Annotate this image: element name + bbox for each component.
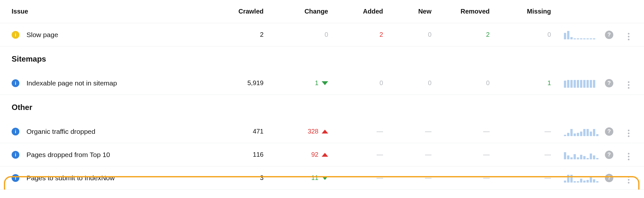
crawled-value: 3 xyxy=(192,174,264,182)
new-value: 0 xyxy=(383,31,431,38)
new-value: — xyxy=(383,151,431,158)
change-value: 1 xyxy=(264,79,328,87)
info-icon: i xyxy=(12,174,19,182)
crawled-value: 116 xyxy=(192,151,264,158)
kebab-menu-icon[interactable] xyxy=(628,175,629,184)
missing-value: — xyxy=(490,128,551,135)
issue-cell: iSlow page xyxy=(12,31,192,39)
issue-cell: iOrganic traffic dropped xyxy=(12,128,192,135)
issue-name[interactable]: Pages dropped from Top 10 xyxy=(26,151,110,159)
issue-name[interactable]: Organic traffic dropped xyxy=(26,128,95,135)
sparkline xyxy=(551,127,599,136)
caret-up-icon xyxy=(322,153,328,157)
kebab-menu-icon[interactable] xyxy=(628,81,629,89)
caret-down-icon xyxy=(322,176,328,180)
change-value: 328 xyxy=(264,128,328,135)
kebab-menu-icon[interactable] xyxy=(628,129,629,137)
issue-name[interactable]: Pages to submit to IndexNow xyxy=(26,174,115,182)
added-value: — xyxy=(328,128,383,135)
added-value: — xyxy=(328,151,383,158)
table-row[interactable]: iIndexable page not in sitemap5,91910001… xyxy=(0,72,644,95)
info-icon: i xyxy=(12,79,19,87)
help-icon[interactable]: ? xyxy=(605,174,613,182)
caret-up-icon xyxy=(322,130,328,134)
table-header-row: Issue Crawled Change Added New Removed M… xyxy=(0,0,644,23)
crawled-value: 2 xyxy=(192,31,264,38)
section-header: Sitemaps xyxy=(0,46,644,72)
removed-value: — xyxy=(431,174,490,182)
change-value: 0 xyxy=(264,31,328,38)
col-removed: Removed xyxy=(431,8,490,15)
help-icon[interactable]: ? xyxy=(605,151,613,159)
table-row[interactable]: iSlow page202020? xyxy=(0,23,644,46)
issue-cell: iPages dropped from Top 10 xyxy=(12,151,192,159)
help-icon[interactable]: ? xyxy=(605,79,613,87)
col-change: Change xyxy=(264,8,328,15)
new-value: 0 xyxy=(383,79,431,87)
crawled-value: 5,919 xyxy=(192,79,264,87)
removed-value: 0 xyxy=(431,79,490,87)
col-new: New xyxy=(383,8,431,15)
col-crawled: Crawled xyxy=(192,8,264,15)
change-value: 11 xyxy=(264,174,328,182)
issue-name[interactable]: Indexable page not in sitemap xyxy=(26,79,117,87)
col-added: Added xyxy=(328,8,383,15)
table-row[interactable]: iPages to submit to IndexNow311————? xyxy=(0,166,644,190)
added-value: — xyxy=(328,174,383,182)
info-icon: i xyxy=(12,31,19,39)
info-icon: i xyxy=(12,151,19,159)
missing-value: 0 xyxy=(490,31,551,38)
kebab-menu-icon[interactable] xyxy=(628,152,629,161)
missing-value: — xyxy=(490,174,551,182)
new-value: — xyxy=(383,174,431,182)
section-header: Other xyxy=(0,95,644,120)
help-icon[interactable]: ? xyxy=(605,31,613,39)
help-icon[interactable]: ? xyxy=(605,127,613,136)
caret-down-icon xyxy=(322,81,328,85)
missing-value: 1 xyxy=(490,79,551,87)
removed-value: — xyxy=(431,151,490,158)
sparkline xyxy=(551,30,599,39)
section-title: Other xyxy=(12,103,32,112)
issue-name[interactable]: Slow page xyxy=(26,31,58,39)
issue-cell: iIndexable page not in sitemap xyxy=(12,79,192,87)
missing-value: — xyxy=(490,151,551,158)
table-row[interactable]: iPages dropped from Top 1011692————? xyxy=(0,143,644,166)
info-icon: i xyxy=(12,128,19,135)
added-value: 0 xyxy=(328,79,383,87)
new-value: — xyxy=(383,128,431,135)
sparkline xyxy=(551,173,599,183)
crawled-value: 471 xyxy=(192,128,264,135)
sparkline xyxy=(551,150,599,159)
removed-value: — xyxy=(431,128,490,135)
col-missing: Missing xyxy=(490,8,551,15)
change-value: 92 xyxy=(264,151,328,158)
issue-cell: iPages to submit to IndexNow xyxy=(12,174,192,182)
kebab-menu-icon[interactable] xyxy=(628,32,629,41)
sparkline xyxy=(551,79,599,88)
col-issue: Issue xyxy=(12,8,28,15)
table-row[interactable]: iOrganic traffic dropped471328————? xyxy=(0,120,644,143)
issues-table: Issue Crawled Change Added New Removed M… xyxy=(0,0,644,190)
section-title: Sitemaps xyxy=(12,54,46,64)
removed-value: 2 xyxy=(431,31,490,38)
added-value: 2 xyxy=(328,31,383,38)
